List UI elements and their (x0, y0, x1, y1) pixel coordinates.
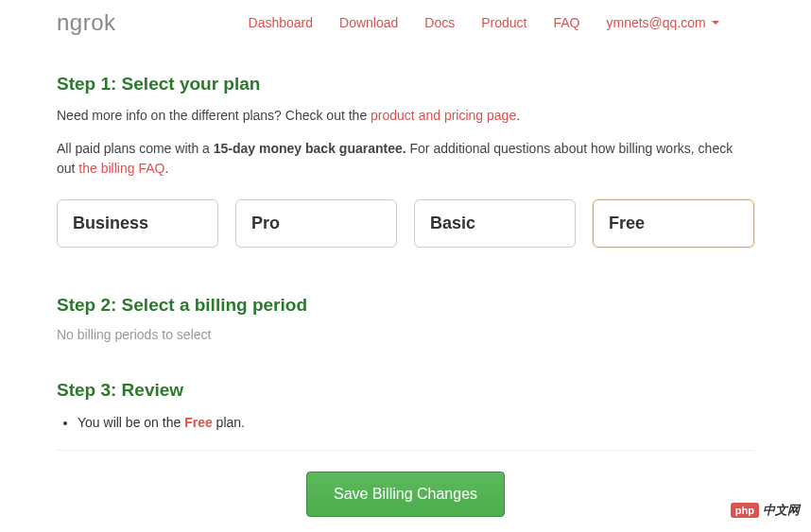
watermark: php 中文网 (731, 502, 800, 519)
plan-selector: Business Pro Basic Free (57, 199, 754, 248)
plan-pro[interactable]: Pro (235, 199, 397, 248)
pricing-page-link[interactable]: product and pricing page (371, 108, 516, 123)
billing-faq-link[interactable]: the billing FAQ (78, 161, 164, 176)
review-item: You will be on the Free plan. (78, 412, 754, 433)
review-pre: You will be on the (78, 415, 184, 430)
step2-title: Step 2: Select a billing period (57, 295, 754, 316)
watermark-badge: php (731, 503, 759, 518)
nav-faq[interactable]: FAQ (553, 15, 579, 30)
step1-desc1-post: . (516, 108, 520, 123)
save-billing-button[interactable]: Save Billing Changes (306, 472, 505, 517)
nav: Dashboard Download Docs Product FAQ ymne… (249, 15, 719, 30)
review-plan-highlight: Free (184, 415, 213, 430)
nav-user-menu[interactable]: ymnets@qq.com (606, 15, 718, 30)
divider (57, 450, 754, 451)
review-post: plan. (213, 415, 245, 430)
nav-dashboard[interactable]: Dashboard (249, 15, 314, 30)
content: Step 1: Select your plan Need more info … (0, 45, 811, 517)
caret-down-icon (712, 21, 719, 25)
step1-desc2-post: . (164, 161, 168, 176)
header: ngrok Dashboard Download Docs Product FA… (0, 0, 811, 45)
nav-download[interactable]: Download (339, 15, 398, 30)
nav-docs[interactable]: Docs (424, 15, 455, 30)
step1-title: Step 1: Select your plan (57, 74, 754, 94)
review-list: You will be on the Free plan. (57, 412, 754, 433)
save-wrap: Save Billing Changes (57, 472, 754, 517)
nav-product[interactable]: Product (481, 15, 526, 30)
step2-desc: No billing periods to select (57, 327, 754, 342)
step3-title: Step 3: Review (57, 380, 754, 401)
step1-desc2-bold: 15-day money back guarantee. (214, 141, 406, 156)
watermark-text: 中文网 (763, 502, 800, 519)
plan-basic[interactable]: Basic (414, 199, 576, 248)
step1-desc2: All paid plans come with a 15-day money … (57, 139, 754, 179)
step1-desc1: Need more info on the different plans? C… (57, 106, 754, 126)
step1-desc2-pre: All paid plans come with a (57, 141, 214, 156)
step1-desc1-pre: Need more info on the different plans? C… (57, 108, 371, 123)
nav-user-label: ymnets@qq.com (606, 15, 705, 30)
plan-free[interactable]: Free (593, 199, 754, 248)
logo[interactable]: ngrok (57, 9, 116, 36)
plan-business[interactable]: Business (57, 199, 218, 248)
